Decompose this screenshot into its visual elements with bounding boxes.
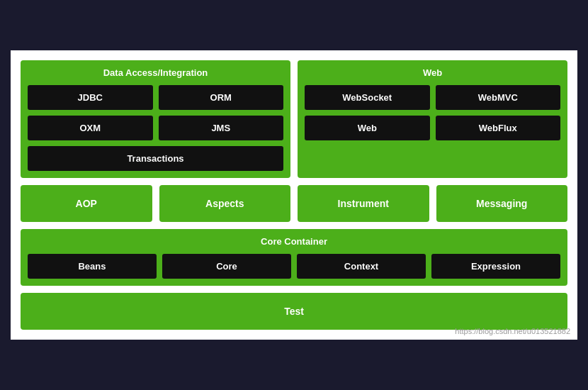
orm-item: ORM — [159, 85, 284, 110]
test-bar: Test — [21, 293, 567, 330]
webmvc-item: WebMVC — [436, 85, 561, 110]
core-container-box: Core Container Beans Core Context Expres… — [21, 229, 567, 286]
core-container-title: Core Container — [28, 236, 560, 248]
instrument-button: Instrument — [298, 185, 429, 222]
oxm-item: OXM — [28, 116, 153, 140]
beans-item: Beans — [28, 254, 157, 279]
middle-row: AOP Aspects Instrument Messaging — [21, 185, 567, 222]
data-access-box: Data Access/Integration JDBC ORM OXM JMS… — [21, 60, 290, 178]
data-access-title: Data Access/Integration — [28, 67, 283, 79]
expression-item: Expression — [431, 254, 560, 279]
web-title: Web — [305, 67, 560, 79]
webflux-item: WebFlux — [436, 116, 561, 140]
aspects-button: Aspects — [159, 185, 291, 222]
watermark: https://blog.csdn.net/u013521882 — [455, 327, 570, 335]
web-box: Web WebSocket WebMVC Web WebFlux — [298, 60, 567, 178]
context-item: Context — [297, 254, 426, 279]
core-item: Core — [162, 254, 291, 279]
jdbc-item: JDBC — [28, 85, 153, 110]
transactions-item: Transactions — [28, 146, 283, 171]
web-item: Web — [305, 116, 430, 140]
aop-button: AOP — [21, 185, 152, 222]
jms-item: JMS — [159, 116, 284, 140]
spring-architecture-diagram: Data Access/Integration JDBC ORM OXM JMS… — [11, 50, 577, 340]
messaging-button: Messaging — [436, 185, 568, 222]
websocket-item: WebSocket — [305, 85, 430, 110]
